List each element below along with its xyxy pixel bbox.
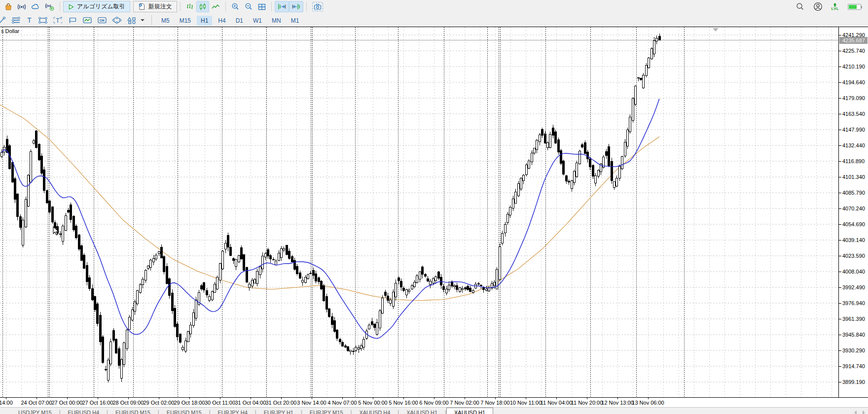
price-axis[interactable]: 4241.2904225.7404210.1904194.6404179.090… <box>838 27 868 397</box>
toolbar-separator <box>306 2 307 11</box>
new-order-button[interactable]: 新規注文 <box>133 1 177 12</box>
rectangle-shape-icon <box>38 16 48 24</box>
time-tick <box>587 398 587 399</box>
timeframe-m15[interactable]: M15 <box>176 16 195 26</box>
broadcast-button[interactable] <box>15 1 29 12</box>
tile-windows-button[interactable] <box>255 1 268 12</box>
indicator-box-icon <box>82 16 92 24</box>
community-button[interactable] <box>42 1 57 12</box>
screenshot-button[interactable] <box>310 1 326 12</box>
price-tick <box>839 335 841 335</box>
tab-eurjpy-m15[interactable]: EURJPY M15 <box>302 408 351 414</box>
tab-xauusd-h4[interactable]: XAUUSD H4 <box>352 408 398 414</box>
time-label: 29 Oct 02:00 <box>144 400 175 406</box>
search-icon[interactable] <box>796 2 804 11</box>
timeframe-d1[interactable]: D1 <box>232 16 247 26</box>
time-tick <box>465 398 465 399</box>
rectangle-tool-button[interactable] <box>36 14 50 26</box>
price-label: 4210.190 <box>842 64 865 69</box>
level-indicator[interactable]: LVL <box>832 3 839 11</box>
toolbar-dotted-separator <box>151 15 152 25</box>
text-label-tool-button[interactable]: T <box>50 14 65 26</box>
zoom-out-button[interactable] <box>242 1 255 12</box>
line-chart-button[interactable] <box>209 1 222 12</box>
screenshot-camera-icon <box>312 2 323 11</box>
zoom-out-icon <box>245 2 253 11</box>
shapes-menu-button[interactable] <box>124 14 147 26</box>
tab-scroll-left-icon[interactable] <box>854 411 857 414</box>
time-label: 14:00 <box>0 400 13 406</box>
price-tick <box>839 366 841 367</box>
time-tick <box>373 398 373 399</box>
price-tick <box>839 35 841 35</box>
price-label: 3914.740 <box>842 363 865 369</box>
indicator-tool-button[interactable] <box>80 14 95 26</box>
time-label: 30 Oct 11:00 <box>205 400 235 406</box>
level-label: LVL <box>832 7 839 11</box>
tab-xauusd-h1-active[interactable]: XAUUSD H1 <box>446 408 493 414</box>
shift-end-button[interactable] <box>275 1 289 12</box>
svg-text:OK: OK <box>100 19 105 22</box>
price-label: 4039.140 <box>842 237 865 243</box>
timeframe-m5[interactable]: M5 <box>157 16 174 26</box>
timeframe-h1[interactable]: H1 <box>197 16 212 26</box>
ellipse-tool-button[interactable] <box>109 14 124 26</box>
price-tick <box>839 177 841 177</box>
price-label: 4070.240 <box>842 206 865 211</box>
time-label: 13 Nov 06:00 <box>632 400 664 406</box>
label-tool-button[interactable] <box>65 14 80 26</box>
trendline-tool-button[interactable] <box>0 14 9 26</box>
cloud-button[interactable] <box>29 1 42 12</box>
time-tick <box>220 398 220 399</box>
time-tick <box>251 398 251 399</box>
price-label: 4116.890 <box>842 158 865 164</box>
tab-eurusd-m15[interactable]: EURUSD M15 <box>108 408 158 414</box>
price-label: 4101.340 <box>842 174 865 180</box>
svg-text:T: T <box>56 17 60 24</box>
bar-chart-icon <box>186 3 194 10</box>
tab-xauusd-h1[interactable]: XAUUSD H1 <box>399 408 445 414</box>
tab-usdjpy-m15[interactable]: USDJPY M15 <box>11 408 59 414</box>
time-label: 27 Oct 16:00 <box>82 400 113 406</box>
tab-eurusd-m15[interactable]: EURUSD M15 <box>159 408 209 414</box>
price-tick <box>839 114 841 114</box>
channel-tool-button[interactable] <box>9 14 23 26</box>
tab-eurjpy-h4[interactable]: EURJPY H4 <box>210 408 254 414</box>
price-label: 4163.540 <box>842 111 865 117</box>
time-tick <box>434 398 434 399</box>
account-icon[interactable] <box>813 2 823 11</box>
auto-scroll-button[interactable] <box>289 1 303 12</box>
timeframe-w1[interactable]: W1 <box>249 16 266 26</box>
tab-eurjpy-h1[interactable]: EURJPY H1 <box>256 408 301 414</box>
channel-lines-icon <box>11 16 21 24</box>
time-tick <box>36 398 37 399</box>
mouse-cursor <box>53 226 60 236</box>
price-label: 3992.490 <box>842 284 865 290</box>
chart-plot-area[interactable]: s Dollar <box>0 27 838 397</box>
main-toolbar: アルゴリズム取引 新規注文 <box>0 0 868 13</box>
auto-scroll-icon <box>291 3 301 10</box>
broadcast-icon <box>17 3 26 11</box>
price-label: 3899.190 <box>842 379 865 385</box>
bar-chart-button[interactable] <box>183 1 196 12</box>
timeframe-m1[interactable]: M1 <box>287 16 303 26</box>
timeframe-h4[interactable]: H4 <box>214 16 229 26</box>
price-tick <box>839 272 841 272</box>
zoom-in-button[interactable] <box>229 1 242 12</box>
time-label: 28 Oct 09:00 <box>113 400 144 406</box>
text-tool-button[interactable]: T <box>23 14 36 26</box>
tab-eurusd-h4[interactable]: EURUSD H4 <box>61 408 107 414</box>
price-label: 3961.390 <box>842 316 865 322</box>
time-axis[interactable]: 14:0024 Oct 07:0027 Oct 00:0027 Oct 16:0… <box>0 397 868 407</box>
text-tool-icon: T <box>26 16 33 24</box>
algo-trading-button[interactable]: アルゴリズム取引 <box>63 1 130 12</box>
price-tick <box>839 67 841 67</box>
tab-scroll-right-icon[interactable] <box>863 411 865 414</box>
candlestick-button[interactable] <box>196 1 209 12</box>
time-label: 11 Nov 04:00 <box>541 400 573 406</box>
ok-dialog-tool-button[interactable]: OK <box>95 14 109 26</box>
timeframe-mn[interactable]: MN <box>268 16 285 26</box>
market-button[interactable] <box>2 1 15 12</box>
shift-end-icon <box>277 3 287 10</box>
zoom-in-icon <box>231 2 240 11</box>
